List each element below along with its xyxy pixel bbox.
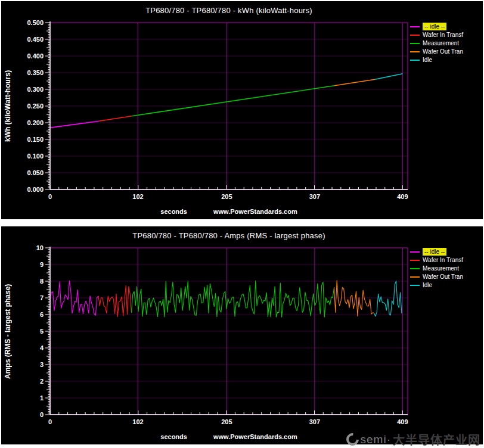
legend-item: Idle [410,281,480,289]
watermark-text: 大半导体产业网 [393,431,480,448]
legend-item: Idle [410,56,480,64]
legend-swatch [410,35,420,36]
y-tick-label: 0.400 [27,52,44,60]
legend-label: Wafer Out Tran [423,273,463,281]
y-tick-label: 0.300 [27,86,44,93]
y-tick-label: 5 [40,328,44,335]
watermark-brand: semi· [361,433,391,446]
series-idle-end [374,281,402,316]
kwh-chart-panel: TP680/780 - TP680/780 - kWh (kiloWatt-ho… [1,1,483,219]
y-tick-label: 0.000 [27,186,44,193]
series-measurement [132,86,334,116]
x-tick-label: 307 [309,418,320,425]
x-tick-label: 0 [48,193,52,200]
x-tick-label: 0 [48,418,52,425]
x-tick-label: 102 [132,418,143,425]
legend-kwh: -- idle --Wafer In TransfMeasurementWafe… [410,23,480,64]
legend-label: Measurement [423,39,459,47]
legend-label: Wafer Out Tran [423,48,463,55]
y-tick-label: 0.500 [27,19,44,26]
y-tick-label: 6 [40,311,44,318]
legend-label: -- idle -- [423,248,446,256]
legend-label: Idle [423,281,432,289]
legend-amps: -- idle --Wafer In TransfMeasurementWafe… [410,248,480,290]
y-tick-label: 1 [40,394,44,402]
legend-swatch [410,276,420,278]
series-idle-end [375,74,402,80]
legend-item: Wafer Out Tran [410,273,480,281]
legend-swatch [410,260,420,261]
x-tick-label: 205 [221,418,232,425]
y-tick-label: 0.450 [27,36,44,43]
watermark: semi· 大半导体产业网 [346,431,480,448]
y-tick-label: 3 [40,361,44,368]
y-tick-label: 0.250 [27,102,44,110]
legend-label: Wafer In Transf [423,31,463,39]
y-tick-label: 0.350 [27,69,44,76]
y-tick-label: 0.100 [27,153,44,160]
series-wafer-out-transfer [334,79,375,86]
legend-swatch [410,60,420,61]
legend-swatch [410,268,420,269]
legend-item: Wafer In Transf [410,31,480,39]
legend-label: Idle [423,56,432,64]
x-axis-label: seconds [160,433,187,440]
legend-item: -- idle -- [410,248,480,256]
y-tick-label: 8 [40,278,44,285]
y-tick-label: 4 [40,344,44,351]
legend-swatch [410,251,420,253]
x-axis-label: seconds [160,208,187,215]
legend-swatch [410,43,420,44]
y-tick-label: 0.200 [27,119,44,126]
series-wafer-in-transfer [99,116,132,121]
y-tick-label: 0.050 [27,169,44,176]
watermark-logo-icon [343,431,361,448]
y-tick-label: 9 [40,261,44,268]
y-tick-label: 10 [36,244,44,251]
y-tick-label: 2 [40,378,44,385]
legend-swatch [410,285,420,286]
series-measurement [132,281,334,317]
legend-swatch [410,26,420,27]
series-idle-start [50,121,99,127]
x-tick-label: 307 [309,193,320,200]
y-tick-label: 0.150 [27,136,44,143]
amps-chart-panel: TP680/780 - TP680/780 - Amps (RMS - larg… [1,226,483,444]
x-tick-label: 409 [397,193,408,200]
y-tick-label: 0 [40,411,44,418]
source-text: www.PowerStandards.com [213,433,297,440]
x-axis-caption-kwh: secondswww.PowerStandards.com [50,208,408,215]
legend-label: -- idle -- [423,23,446,30]
legend-item: Wafer Out Tran [410,48,480,55]
source-text: www.PowerStandards.com [213,208,297,215]
legend-item: Wafer In Transf [410,256,480,264]
x-tick-label: 409 [397,418,408,425]
legend-item: -- idle -- [410,23,480,30]
legend-item: Measurement [410,39,480,47]
x-tick-label: 102 [132,193,143,200]
y-tick-label: 7 [40,294,44,301]
x-tick-label: 205 [221,193,232,200]
series-wafer-out-transfer [334,281,374,316]
legend-item: Measurement [410,265,480,272]
legend-label: Measurement [423,265,459,272]
series-wafer-in-transfer [98,286,132,317]
legend-label: Wafer In Transf [423,256,463,264]
legend-swatch [410,51,420,52]
